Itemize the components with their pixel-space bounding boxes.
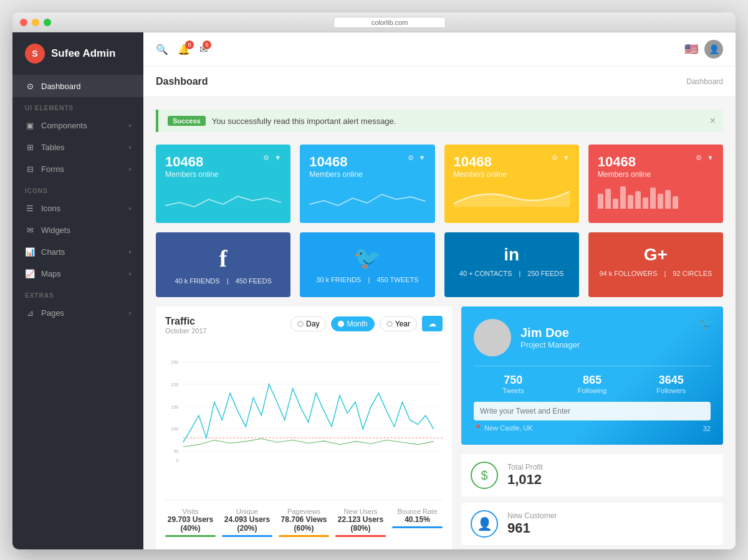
chart-stat-value-0: 29.703 Users (40%) xyxy=(165,515,216,533)
maximize-button[interactable] xyxy=(44,19,51,26)
sidebar-label-pages: Pages xyxy=(41,308,64,318)
url-bar: colorlib.com xyxy=(51,19,728,26)
stat-label-2: Members online xyxy=(454,170,507,179)
messages-icon[interactable]: ✉ 5 xyxy=(199,44,208,55)
user-avatar[interactable]: 👤 xyxy=(704,40,723,59)
location-icon: 📍 xyxy=(474,424,482,432)
alert-message: You successfully read this important ale… xyxy=(212,116,396,126)
profile-name: Jim Doe xyxy=(520,326,580,340)
minimize-button[interactable] xyxy=(32,19,39,26)
message-badge: 5 xyxy=(203,40,211,49)
chevron-icon: › xyxy=(129,205,131,212)
window-controls[interactable] xyxy=(20,19,51,26)
maps-icon: 📈 xyxy=(25,269,35,278)
sidebar-item-widgets[interactable]: ✉ Widgets xyxy=(12,219,143,241)
chart-subtitle: October 2017 xyxy=(165,327,207,335)
title-bar: colorlib.com xyxy=(12,12,736,32)
search-icon[interactable]: 🔍 xyxy=(156,44,168,55)
stat-card-3: 10468 Members online ⚙ ▼ xyxy=(588,145,723,223)
stat-gear-icon[interactable]: ⚙ xyxy=(552,154,558,162)
chart-stat-value-1: 24.093 Users (20%) xyxy=(222,515,272,533)
breadcrumb: Dashboard xyxy=(686,77,723,86)
stat-number-2: 10468 xyxy=(454,154,507,170)
traffic-chart-card: Traffic October 2017 Day xyxy=(156,306,452,549)
chart-stat-visits: Visits 29.703 Users (40%) xyxy=(165,508,216,537)
page-title: Dashboard xyxy=(156,76,208,87)
chart-day-btn[interactable]: Day xyxy=(290,316,326,331)
widgets-icon: ✉ xyxy=(25,225,35,235)
stat-dropdown-icon[interactable]: ▼ xyxy=(707,154,714,162)
chart-year-btn[interactable]: Year xyxy=(380,316,417,331)
chart-month-btn[interactable]: Month xyxy=(331,316,374,331)
profit-icon: $ xyxy=(471,462,498,489)
svg-point-13 xyxy=(479,343,506,356)
stat-dropdown-icon[interactable]: ▼ xyxy=(419,154,426,162)
chart-stat-bar-2 xyxy=(279,535,329,537)
facebook-stats: 40 k FRIENDS | 450 FEEDS xyxy=(165,277,281,285)
chevron-icon: › xyxy=(129,122,131,129)
chevron-icon: › xyxy=(129,310,131,316)
sidebar-item-pages[interactable]: ⊿ Pages › xyxy=(12,302,143,324)
stat-gear-icon[interactable]: ⚙ xyxy=(408,154,414,162)
svg-point-12 xyxy=(484,323,501,340)
sidebar-item-maps[interactable]: 📈 Maps › xyxy=(12,263,143,285)
svg-text:50: 50 xyxy=(174,449,179,454)
chart-stat-bar-4 xyxy=(392,526,443,528)
sidebar-item-charts[interactable]: 📊 Charts › xyxy=(12,241,143,263)
metric-value-1: 961 xyxy=(507,520,557,536)
social-card-facebook: f 40 k FRIENDS | 450 FEEDS xyxy=(156,232,290,297)
chart-stat-bar-0 xyxy=(165,535,216,537)
tweet-input[interactable] xyxy=(474,402,711,420)
icons-icon: ☰ xyxy=(25,204,35,213)
pages-icon: ⊿ xyxy=(25,308,35,318)
stat-gear-icon[interactable]: ⚙ xyxy=(263,154,269,162)
sidebar-item-tables[interactable]: ⊞ Tables › xyxy=(12,136,143,158)
close-button[interactable] xyxy=(20,19,27,26)
stat-dropdown-icon[interactable]: ▼ xyxy=(563,154,570,162)
stat-gear-icon[interactable]: ⚙ xyxy=(696,154,702,162)
chart-stat-bar-1 xyxy=(222,535,272,537)
stat-label-3: Members online xyxy=(598,170,651,179)
language-flag[interactable]: 🇺🇸 xyxy=(684,42,698,56)
twitter-icon: 🐦 xyxy=(309,245,425,271)
stat-card-0: 10468 Members online ⚙ ▼ xyxy=(156,145,290,223)
chart-stat-label-1: Unique xyxy=(222,508,272,515)
profile-following-stat: 865 Following xyxy=(553,374,632,394)
alert-close-button[interactable]: × xyxy=(710,115,716,126)
chart-stat-label-0: Visits xyxy=(165,508,216,515)
chart-stat-label-2: Pageviews xyxy=(279,508,329,515)
sidebar-label-widgets: Widgets xyxy=(41,225,70,235)
googleplus-icon: G+ xyxy=(598,245,714,265)
profile-location: 📍 New Castle, UK xyxy=(474,424,533,432)
traffic-chart-svg: 250 200 150 100 50 0 xyxy=(165,341,443,490)
sidebar: S Sufee Admin ⊙ Dashboard UI ELEMENTS ▣ … xyxy=(12,32,143,549)
profile-twitter-icon: 🐦 xyxy=(698,316,714,331)
sidebar-item-dashboard[interactable]: ⊙ Dashboard xyxy=(12,75,143,97)
chart-stat-label-3: New Users xyxy=(335,508,386,515)
stat-label-1: Members online xyxy=(309,170,362,179)
main-content: Success You successfully read this impor… xyxy=(143,97,736,549)
social-card-linkedin: in 40 + CONTACTS | 250 FEEDS xyxy=(444,232,579,297)
alert-badge: Success xyxy=(168,116,206,126)
svg-text:250: 250 xyxy=(171,360,179,365)
linkedin-icon: in xyxy=(454,245,570,265)
sidebar-item-components[interactable]: ▣ Components › xyxy=(12,115,143,136)
stat-card-2: 10468 Members online ⚙ ▼ xyxy=(444,145,579,223)
twitter-stats: 30 k FRIENDS | 450 TWEETS xyxy=(309,276,425,283)
svg-text:200: 200 xyxy=(171,382,179,387)
svg-text:100: 100 xyxy=(171,427,179,432)
social-card-googleplus: G+ 94 k FOLLOWERS | 92 CIRCLES xyxy=(588,232,723,297)
stat-dropdown-icon[interactable]: ▼ xyxy=(274,154,281,162)
sidebar-item-icons[interactable]: ☰ Icons › xyxy=(12,197,143,219)
notifications-icon[interactable]: 🔔 8 xyxy=(178,44,190,55)
alert-success: Success You successfully read this impor… xyxy=(156,110,723,132)
section-label-icons: ICONS xyxy=(12,180,143,197)
tweet-input-area: 📍 New Castle, UK 32 xyxy=(474,402,711,432)
dashboard-icon: ⊙ xyxy=(25,82,35,91)
sidebar-label-charts: Charts xyxy=(41,247,65,257)
chart-stat-value-3: 22.123 Users (80%) xyxy=(335,515,386,533)
chart-stats-row: Visits 29.703 Users (40%) Unique 24.093 … xyxy=(165,500,443,537)
profile-tweets-stat: 750 Tweets xyxy=(474,374,553,394)
cloud-download-button[interactable]: ☁ xyxy=(422,316,443,331)
sidebar-item-forms[interactable]: ⊟ Forms › xyxy=(12,158,143,180)
